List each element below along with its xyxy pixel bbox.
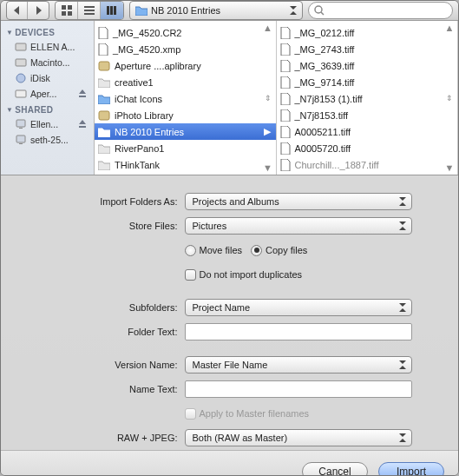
list-item-label: iPhoto Library (115, 110, 174, 121)
list-item[interactable]: _MG_0212.tiff (277, 24, 458, 41)
list-item-label: creative1 (115, 77, 154, 88)
sidebar-item-device[interactable]: Macinto... (1, 55, 94, 70)
svg-rect-4 (84, 6, 95, 8)
sidebar-item-device[interactable]: ELLEN A... (1, 39, 94, 55)
scrollbar[interactable]: ▲⇕▼ (262, 23, 274, 173)
folder-icon (135, 5, 148, 16)
list-item[interactable]: _MG_9714.tiff (277, 74, 458, 90)
forward-button[interactable] (28, 2, 49, 19)
svg-rect-15 (16, 90, 26, 97)
eject-icon[interactable] (78, 120, 87, 129)
list-item-label: NB 2010 Entries (115, 127, 184, 137)
list-item[interactable]: _MG_2743.tiff (277, 41, 458, 57)
list-item-label: _N7j8153.tiff (295, 110, 349, 121)
sidebar-item-shared[interactable]: seth-25... (1, 132, 94, 148)
list-item[interactable]: iChat Icons (95, 90, 276, 107)
apply-master-checkbox: Apply to Master filenames (185, 408, 310, 420)
list-item[interactable]: A0005211.tiff (277, 123, 458, 140)
list-item[interactable]: creative1 (95, 74, 276, 90)
raw-jpeg-popup[interactable]: Both (RAW as Master) (185, 429, 412, 446)
app-icon (98, 61, 110, 71)
svg-point-10 (315, 6, 322, 13)
eject-icon[interactable] (78, 89, 87, 98)
file-icon (280, 27, 291, 39)
scrollbar[interactable]: ▲⇕▼ (443, 23, 456, 173)
options-sheet: Import Folders As: Projects and Albums S… (1, 175, 458, 476)
list-item[interactable]: _N7j8153.tiff (277, 107, 458, 123)
label-subfolders: Subfolders: (48, 302, 178, 313)
dialog-footer: Cancel Import (1, 450, 458, 476)
view-column-button[interactable] (101, 2, 123, 19)
list-item[interactable]: Churchill 2159 tiff (277, 173, 458, 175)
folder-icon (98, 143, 110, 154)
sidebar-item-shared[interactable]: Ellen... (1, 116, 94, 132)
sidebar-header-devices[interactable]: ▼DEVICES (1, 24, 94, 39)
back-button[interactable] (7, 2, 28, 19)
list-item[interactable]: iPhoto Library (95, 107, 276, 123)
folder-text-input[interactable] (185, 323, 412, 340)
subfolders-popup[interactable]: Project Name (185, 299, 412, 316)
list-item-label: Churchill..._1887.tiff (295, 160, 379, 170)
svg-rect-1 (68, 5, 72, 10)
list-item[interactable]: A0005720.tiff (277, 140, 458, 156)
copy-files-radio[interactable]: Copy files (251, 245, 307, 256)
nav-back-forward (6, 1, 49, 20)
file-icon (98, 43, 108, 56)
svg-rect-13 (16, 59, 26, 66)
file-icon (280, 159, 291, 171)
svg-rect-7 (107, 6, 109, 15)
list-item[interactable]: _MG_3639.tiff (277, 57, 458, 74)
list-item[interactable]: _MG_4520.xmp (95, 41, 276, 57)
file-icon (280, 60, 291, 72)
import-button[interactable]: Import (378, 462, 444, 477)
list-item[interactable]: RiverPano1 (95, 140, 276, 156)
list-item-label: _MG_4520.xmp (113, 44, 180, 55)
view-list-button[interactable] (78, 2, 101, 19)
list-item[interactable]: THinkTank (95, 156, 276, 173)
list-item[interactable]: TimeLanseTokvo1 (95, 173, 276, 175)
move-files-radio[interactable]: Move files (185, 245, 243, 256)
idisk-icon (15, 73, 27, 83)
folder-icon (98, 77, 110, 88)
svg-rect-20 (99, 62, 109, 70)
list-item-label: THinkTank (115, 160, 160, 170)
cancel-button[interactable]: Cancel (302, 462, 368, 477)
svg-rect-5 (84, 10, 95, 11)
view-icon-button[interactable] (56, 2, 78, 19)
sidebar-item-device[interactable]: iDisk (1, 70, 94, 86)
sidebar-item-device[interactable]: Aper... (1, 86, 94, 102)
list-item[interactable]: NB 2010 Entries▶ (95, 123, 276, 140)
sidebar-header-shared[interactable]: ▼SHARED (1, 102, 94, 116)
file-browser: ▼DEVICES ELLEN A... Macinto... iDisk Ape… (1, 21, 458, 175)
svg-rect-9 (114, 6, 116, 15)
list-item[interactable]: Churchill..._1887.tiff (277, 156, 458, 173)
svg-rect-6 (84, 13, 95, 15)
search-icon (314, 5, 325, 16)
svg-rect-18 (16, 136, 25, 142)
list-item[interactable]: _MG_4520.CR2 (95, 24, 276, 41)
label-name-text: Name Text: (48, 384, 178, 394)
name-text-input[interactable] (185, 380, 412, 398)
list-item-label: A0005211.tiff (295, 127, 351, 137)
column-1: _MG_4520.CR2_MG_4520.xmpAperture ....apl… (95, 21, 277, 175)
search-wrap (308, 2, 453, 19)
list-item[interactable]: Aperture ....aplibrary (95, 57, 276, 74)
list-item-label: _MG_9714.tiff (295, 77, 355, 88)
file-icon (280, 93, 291, 105)
label-version-name: Version Name: (48, 360, 178, 370)
version-name-popup[interactable]: Master File Name (185, 356, 412, 374)
list-item[interactable]: _N7j8153 (1).tiff (277, 90, 458, 107)
label-folder-text: Folder Text: (48, 327, 178, 337)
svg-rect-19 (19, 143, 23, 144)
import-folders-as-popup[interactable]: Projects and Albums (185, 193, 412, 210)
store-files-popup[interactable]: Pictures (185, 217, 412, 235)
path-popup[interactable]: NB 2010 Entries (129, 1, 303, 20)
file-icon (280, 76, 291, 89)
file-icon (280, 109, 291, 122)
import-options-form: Import Folders As: Projects and Albums S… (48, 189, 412, 450)
label-import-folders-as: Import Folders As: (48, 196, 178, 207)
no-duplicates-checkbox[interactable]: Do not import duplicates (185, 269, 303, 281)
list-item-label: _N7j8153 (1).tiff (295, 94, 363, 104)
path-label: NB 2010 Entries (151, 5, 220, 16)
search-input[interactable] (308, 2, 453, 19)
